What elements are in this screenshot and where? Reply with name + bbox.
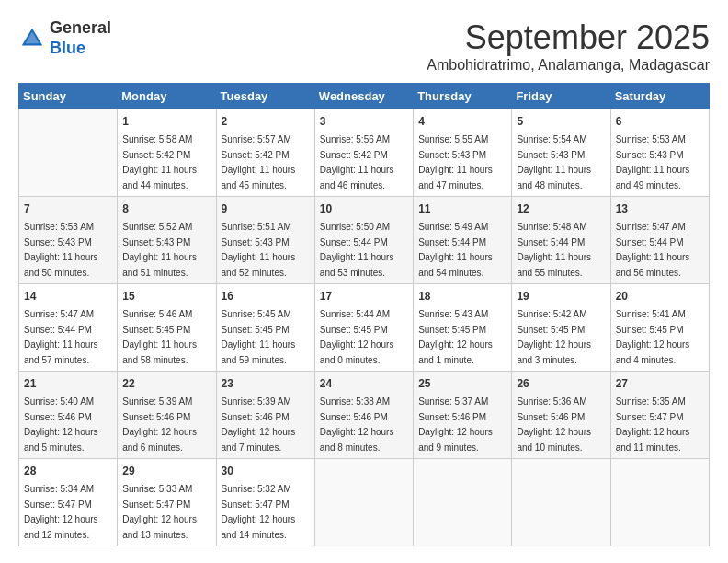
day-info: Sunrise: 5:47 AMSunset: 5:44 PMDaylight:… [616,222,690,278]
day-number: 7 [24,201,112,217]
day-number: 10 [320,201,408,217]
calendar-cell: 9 Sunrise: 5:51 AMSunset: 5:43 PMDayligh… [216,197,314,284]
day-info: Sunrise: 5:39 AMSunset: 5:46 PMDaylight:… [122,396,197,453]
day-info: Sunrise: 5:46 AMSunset: 5:45 PMDaylight:… [122,309,197,365]
day-number: 18 [418,288,506,304]
calendar-cell: 24 Sunrise: 5:38 AMSunset: 5:46 PMDaylig… [314,372,413,459]
calendar-cell: 3 Sunrise: 5:56 AMSunset: 5:42 PMDayligh… [314,109,413,197]
calendar-cell: 19 Sunrise: 5:42 AMSunset: 5:45 PMDaylig… [512,284,610,372]
day-number: 6 [616,113,704,130]
day-header-thursday: Thursday [414,84,512,109]
day-number: 29 [122,463,210,479]
day-info: Sunrise: 5:50 AMSunset: 5:44 PMDaylight:… [320,222,394,278]
calendar-cell: 15 Sunrise: 5:46 AMSunset: 5:45 PMDaylig… [118,284,216,372]
month-title: September 2025 [427,18,710,57]
location-title: Ambohidratrimo, Analamanga, Madagascar [427,57,710,74]
day-number: 14 [24,288,112,304]
calendar-cell: 4 Sunrise: 5:55 AMSunset: 5:43 PMDayligh… [414,109,512,197]
calendar-cell: 21 Sunrise: 5:40 AMSunset: 5:46 PMDaylig… [19,372,118,459]
day-number: 3 [320,113,408,130]
day-info: Sunrise: 5:49 AMSunset: 5:44 PMDaylight:… [418,222,493,278]
day-info: Sunrise: 5:54 AMSunset: 5:43 PMDaylight:… [517,134,591,190]
calendar-cell: 17 Sunrise: 5:44 AMSunset: 5:45 PMDaylig… [314,284,413,372]
day-header-saturday: Saturday [610,84,709,109]
day-info: Sunrise: 5:38 AMSunset: 5:46 PMDaylight:… [320,396,394,453]
calendar-cell: 7 Sunrise: 5:53 AMSunset: 5:43 PMDayligh… [19,197,118,284]
day-info: Sunrise: 5:53 AMSunset: 5:43 PMDaylight:… [24,222,98,278]
day-info: Sunrise: 5:57 AMSunset: 5:42 PMDaylight:… [222,134,296,190]
calendar-cell [610,459,709,546]
calendar-cell: 20 Sunrise: 5:41 AMSunset: 5:45 PMDaylig… [610,284,709,372]
day-info: Sunrise: 5:37 AMSunset: 5:46 PMDaylight:… [418,396,493,453]
calendar-cell [314,459,413,546]
day-info: Sunrise: 5:32 AMSunset: 5:47 PMDaylight:… [222,484,296,540]
day-number: 20 [616,288,704,304]
day-number: 4 [418,113,506,130]
day-info: Sunrise: 5:36 AMSunset: 5:46 PMDaylight:… [517,396,591,453]
day-number: 27 [616,375,704,392]
day-info: Sunrise: 5:44 AMSunset: 5:45 PMDaylight:… [320,309,394,365]
day-number: 21 [24,375,112,392]
calendar-header-row: SundayMondayTuesdayWednesdayThursdayFrid… [19,84,710,109]
day-info: Sunrise: 5:40 AMSunset: 5:46 PMDaylight:… [24,396,98,453]
day-info: Sunrise: 5:53 AMSunset: 5:43 PMDaylight:… [616,134,690,190]
day-header-wednesday: Wednesday [314,84,413,109]
calendar-cell: 2 Sunrise: 5:57 AMSunset: 5:42 PMDayligh… [216,109,314,197]
day-info: Sunrise: 5:34 AMSunset: 5:47 PMDaylight:… [24,484,98,540]
calendar-cell: 13 Sunrise: 5:47 AMSunset: 5:44 PMDaylig… [610,197,709,284]
calendar-cell: 11 Sunrise: 5:49 AMSunset: 5:44 PMDaylig… [414,197,512,284]
day-info: Sunrise: 5:41 AMSunset: 5:45 PMDaylight:… [616,309,690,365]
day-header-sunday: Sunday [19,84,118,109]
calendar-week-3: 14 Sunrise: 5:47 AMSunset: 5:44 PMDaylig… [19,284,710,372]
calendar-week-1: 1 Sunrise: 5:58 AMSunset: 5:42 PMDayligh… [19,109,710,197]
day-info: Sunrise: 5:47 AMSunset: 5:44 PMDaylight:… [24,309,98,365]
title-block: September 2025 Ambohidratrimo, Analamang… [427,18,710,74]
calendar-cell: 30 Sunrise: 5:32 AMSunset: 5:47 PMDaylig… [216,459,314,546]
day-info: Sunrise: 5:43 AMSunset: 5:45 PMDaylight:… [418,309,493,365]
calendar-cell: 29 Sunrise: 5:33 AMSunset: 5:47 PMDaylig… [118,459,216,546]
calendar-cell: 16 Sunrise: 5:45 AMSunset: 5:45 PMDaylig… [216,284,314,372]
calendar-cell: 6 Sunrise: 5:53 AMSunset: 5:43 PMDayligh… [610,109,709,197]
day-header-tuesday: Tuesday [216,84,314,109]
calendar-cell [414,459,512,546]
day-info: Sunrise: 5:35 AMSunset: 5:47 PMDaylight:… [616,396,690,453]
page-header: General Blue September 2025 Ambohidratri… [18,18,710,74]
calendar-cell: 12 Sunrise: 5:48 AMSunset: 5:44 PMDaylig… [512,197,610,284]
calendar-cell [19,109,118,197]
day-info: Sunrise: 5:39 AMSunset: 5:46 PMDaylight:… [222,396,296,453]
calendar-cell: 28 Sunrise: 5:34 AMSunset: 5:47 PMDaylig… [19,459,118,546]
calendar-cell: 8 Sunrise: 5:52 AMSunset: 5:43 PMDayligh… [118,197,216,284]
day-number: 28 [24,463,112,479]
calendar-cell: 22 Sunrise: 5:39 AMSunset: 5:46 PMDaylig… [118,372,216,459]
day-number: 11 [418,201,506,217]
calendar-cell: 23 Sunrise: 5:39 AMSunset: 5:46 PMDaylig… [216,372,314,459]
day-number: 2 [222,113,310,130]
logo-text: General Blue [50,18,111,58]
day-number: 22 [122,375,210,392]
day-info: Sunrise: 5:33 AMSunset: 5:47 PMDaylight:… [122,484,197,540]
logo: General Blue [18,18,111,58]
day-number: 25 [418,375,506,392]
calendar-cell [512,459,610,546]
day-info: Sunrise: 5:42 AMSunset: 5:45 PMDaylight:… [517,309,591,365]
calendar-cell: 26 Sunrise: 5:36 AMSunset: 5:46 PMDaylig… [512,372,610,459]
day-number: 15 [122,288,210,304]
day-info: Sunrise: 5:58 AMSunset: 5:42 PMDaylight:… [122,134,197,190]
day-number: 16 [222,288,310,304]
calendar-cell: 25 Sunrise: 5:37 AMSunset: 5:46 PMDaylig… [414,372,512,459]
calendar-week-2: 7 Sunrise: 5:53 AMSunset: 5:43 PMDayligh… [19,197,710,284]
day-header-monday: Monday [118,84,216,109]
calendar-week-5: 28 Sunrise: 5:34 AMSunset: 5:47 PMDaylig… [19,459,710,546]
day-number: 1 [122,113,210,130]
day-header-friday: Friday [512,84,610,109]
day-number: 13 [616,201,704,217]
day-info: Sunrise: 5:51 AMSunset: 5:43 PMDaylight:… [222,222,296,278]
day-info: Sunrise: 5:52 AMSunset: 5:43 PMDaylight:… [122,222,197,278]
day-info: Sunrise: 5:56 AMSunset: 5:42 PMDaylight:… [320,134,394,190]
calendar-cell: 5 Sunrise: 5:54 AMSunset: 5:43 PMDayligh… [512,109,610,197]
day-number: 12 [517,201,605,217]
day-number: 17 [320,288,408,304]
calendar-cell: 1 Sunrise: 5:58 AMSunset: 5:42 PMDayligh… [118,109,216,197]
day-number: 24 [320,375,408,392]
day-number: 19 [517,288,605,304]
